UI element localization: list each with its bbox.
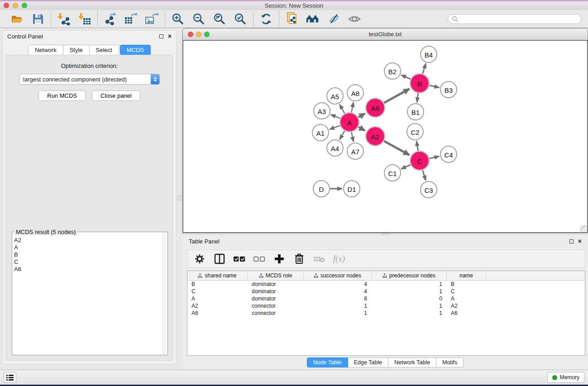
network-zoom-button[interactable] — [204, 32, 210, 37]
edge-C-C3[interactable] — [423, 170, 426, 181]
node-table[interactable]: shared nameMCDS rolesuccessor nodesprede… — [187, 271, 585, 356]
zoom-selected-icon[interactable] — [233, 12, 248, 26]
column-header-predecessor-nodes[interactable]: predecessor nodes — [372, 271, 447, 280]
export-table-icon[interactable] — [124, 12, 139, 26]
table-cell[interactable]: C — [187, 288, 248, 295]
network-canvas[interactable]: B4B2BB3A8A5A6A3B1AC2A1A2A4A7C4CC1C3DD1 — [183, 40, 588, 233]
tab-edge-table[interactable]: Edge Table — [348, 357, 388, 367]
add-column-icon[interactable] — [273, 253, 285, 265]
apply-layout-icon[interactable] — [259, 12, 273, 26]
graph-node-A[interactable]: A — [340, 113, 359, 132]
search-input[interactable] — [458, 16, 578, 22]
table-cell[interactable]: 1 — [372, 288, 447, 295]
tab-network-table[interactable]: Network Table — [388, 357, 436, 367]
mcds-result-item[interactable]: A2 — [14, 237, 167, 244]
table-cell[interactable]: dominator — [248, 288, 304, 295]
table-cell[interactable]: 4 — [304, 288, 372, 295]
mcds-result-item[interactable]: B — [14, 251, 167, 258]
table-cell[interactable]: connector — [248, 302, 304, 310]
import-network-icon[interactable] — [57, 12, 71, 26]
zoom-window-button[interactable] — [22, 3, 27, 8]
graph-node-A3[interactable]: A3 — [314, 103, 330, 119]
reset-view-icon[interactable] — [306, 12, 320, 26]
table-cell[interactable]: dominator — [248, 295, 304, 302]
table-row[interactable]: A2connector11A2 — [187, 302, 585, 310]
table-cell[interactable]: 8 — [304, 295, 372, 302]
table-cell[interactable]: connector — [248, 310, 304, 317]
table-row[interactable]: Bdominator41B — [187, 281, 585, 288]
edge-A2-C[interactable] — [384, 141, 409, 155]
show-details-icon[interactable] — [347, 12, 362, 26]
mcds-result-item[interactable]: A — [14, 244, 167, 251]
network-graph[interactable]: B4B2BB3A8A5A6A3B1AC2A1A2A4A7C4CC1C3DD1 — [183, 41, 587, 233]
graph-node-A4[interactable]: A4 — [327, 140, 343, 156]
deselect-all-icon[interactable] — [253, 253, 265, 265]
table-cell[interactable]: A6 — [447, 310, 486, 317]
edge-A-A2[interactable] — [358, 127, 365, 131]
graph-node-B1[interactable]: B1 — [407, 104, 424, 120]
tab-style[interactable]: Style — [63, 45, 90, 55]
edge-A6-B[interactable] — [384, 89, 409, 103]
table-cell[interactable]: 4 — [304, 281, 372, 288]
edge-A-A3[interactable] — [330, 114, 340, 119]
table-cell[interactable]: 1 — [304, 302, 372, 310]
graph-node-C1[interactable]: C1 — [384, 165, 401, 181]
table-cell[interactable]: A2 — [187, 302, 248, 310]
graph-node-B3[interactable]: B3 — [440, 81, 457, 98]
table-cell[interactable]: 1 — [372, 310, 447, 317]
save-session-icon[interactable] — [31, 12, 45, 26]
memory-button[interactable]: Memory — [547, 372, 584, 383]
graph-node-D[interactable]: D — [313, 181, 330, 197]
edge-C-C1[interactable] — [401, 165, 411, 169]
graph-node-C4[interactable]: C4 — [440, 146, 457, 162]
table-cell[interactable]: 1 — [304, 310, 372, 317]
graph-node-A6[interactable]: A6 — [366, 98, 385, 117]
tab-network[interactable]: Network — [28, 45, 63, 55]
table-float-panel-icon[interactable] — [569, 239, 574, 243]
table-cell[interactable]: B — [187, 281, 248, 288]
graph-node-B4[interactable]: B4 — [421, 46, 437, 62]
column-header-MCDS-role[interactable]: MCDS role — [248, 271, 304, 280]
result-scrollbar[interactable] — [163, 233, 167, 354]
close-window-button[interactable] — [4, 3, 9, 8]
hide-details-icon[interactable] — [326, 12, 341, 26]
table-cell[interactable]: 1 — [372, 281, 447, 288]
table-cell[interactable]: 1 — [372, 302, 447, 310]
edge-B-B3[interactable] — [429, 86, 439, 88]
table-cell[interactable]: A2 — [447, 302, 486, 310]
network-minimize-button[interactable] — [196, 32, 201, 37]
export-network-icon[interactable] — [103, 12, 118, 26]
tab-mcds[interactable]: MCDS — [120, 45, 151, 55]
open-file-icon[interactable] — [10, 12, 24, 26]
graph-node-A7[interactable]: A7 — [347, 143, 363, 159]
float-panel-icon[interactable] — [159, 34, 163, 38]
table-cell[interactable]: 0 — [372, 295, 447, 302]
table-cell[interactable]: A — [187, 295, 248, 302]
table-settings-icon[interactable] — [194, 253, 206, 265]
zoom-out-icon[interactable] — [191, 12, 206, 26]
close-panel-icon[interactable]: × — [168, 34, 172, 38]
edge-C-C4[interactable] — [429, 156, 439, 158]
edge-A-A7[interactable] — [351, 132, 353, 142]
graph-node-B2[interactable]: B2 — [384, 63, 401, 79]
zoom-fit-icon[interactable] — [212, 12, 227, 26]
import-table-icon[interactable] — [77, 12, 92, 26]
table-row[interactable]: A6connector11A6 — [187, 310, 585, 317]
column-visibility-icon[interactable] — [214, 253, 225, 265]
graph-node-A8[interactable]: A8 — [347, 85, 363, 101]
delete-column-icon[interactable] — [293, 253, 305, 265]
edge-A-A8[interactable] — [351, 102, 354, 113]
tab-motifs[interactable]: Motifs — [436, 357, 464, 367]
mcds-result-item[interactable]: A6 — [14, 266, 167, 273]
graph-node-C2[interactable]: C2 — [407, 124, 423, 140]
edge-A-A6[interactable] — [358, 114, 365, 118]
vertical-splitter-handle[interactable] — [177, 195, 181, 200]
table-cell[interactable]: dominator — [248, 281, 304, 288]
graph-node-C[interactable]: C — [410, 151, 429, 170]
edge-A-A4[interactable] — [339, 131, 344, 140]
edge-A-A1[interactable] — [330, 125, 340, 129]
column-header-shared-name[interactable]: shared name — [187, 271, 248, 280]
network-window-titlebar[interactable]: testGlobe.txt — [183, 29, 588, 40]
graph-node-A5[interactable]: A5 — [327, 88, 343, 104]
search-field[interactable] — [448, 14, 582, 24]
